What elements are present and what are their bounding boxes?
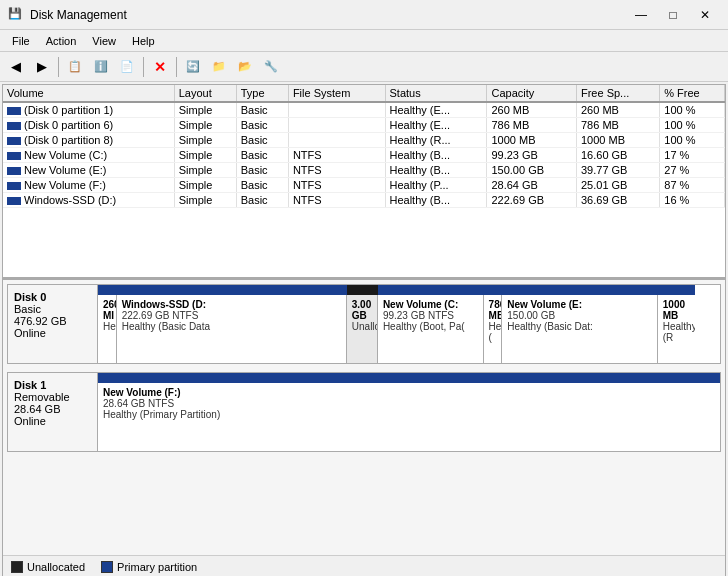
legend-unallocated: Unallocated bbox=[11, 561, 85, 573]
cell-capacity: 150.00 GB bbox=[487, 163, 577, 178]
volume-table: Volume Layout Type File System Status Ca… bbox=[3, 85, 725, 208]
toolbar-doc[interactable]: 📄 bbox=[115, 55, 139, 79]
cell-fs bbox=[288, 102, 385, 118]
toolbar-open1[interactable]: 📁 bbox=[207, 55, 231, 79]
cell-status: Healthy (R... bbox=[385, 133, 487, 148]
partition-cell: 1000 MB Healthy (R bbox=[658, 295, 695, 363]
legend: Unallocated Primary partition bbox=[3, 555, 725, 576]
legend-primary: Primary partition bbox=[101, 561, 197, 573]
table-row: (Disk 0 partition 1) Simple Basic Health… bbox=[3, 102, 725, 118]
app-icon: 💾 bbox=[8, 7, 24, 23]
cell-capacity: 786 MB bbox=[487, 118, 577, 133]
toolbar-sep-2 bbox=[143, 57, 144, 77]
disk0-label: Disk 0 Basic 476.92 GB Online bbox=[8, 285, 98, 363]
cell-type: Basic bbox=[236, 193, 288, 208]
menu-action[interactable]: Action bbox=[38, 33, 85, 49]
cell-pct: 100 % bbox=[660, 133, 725, 148]
partition-status: Health: bbox=[103, 321, 111, 332]
cell-fs: NTFS bbox=[288, 193, 385, 208]
table-row: (Disk 0 partition 8) Simple Basic Health… bbox=[3, 133, 725, 148]
col-freespace: Free Sp... bbox=[576, 85, 659, 102]
toolbar-open2[interactable]: 📂 bbox=[233, 55, 257, 79]
toolbar-forward[interactable]: ▶ bbox=[30, 55, 54, 79]
cell-volume: New Volume (C:) bbox=[3, 148, 174, 163]
cell-free: 16.60 GB bbox=[576, 148, 659, 163]
cell-pct: 17 % bbox=[660, 148, 725, 163]
disk0-name: Disk 0 bbox=[14, 291, 91, 303]
col-pctfree: % Free bbox=[660, 85, 725, 102]
partition-size: 99.23 GB NTFS bbox=[383, 310, 478, 321]
toolbar-refresh[interactable]: 🔄 bbox=[181, 55, 205, 79]
cell-fs bbox=[288, 118, 385, 133]
cell-capacity: 260 MB bbox=[487, 102, 577, 118]
partition-name: 3.00 GB bbox=[352, 299, 372, 321]
toolbar-back[interactable]: ◀ bbox=[4, 55, 28, 79]
partition-cell: New Volume (E: 150.00 GB Healthy (Basic … bbox=[502, 295, 658, 363]
partition-name: New Volume (F:) bbox=[103, 387, 715, 398]
cell-free: 36.69 GB bbox=[576, 193, 659, 208]
cell-fs: NTFS bbox=[288, 163, 385, 178]
cell-pct: 16 % bbox=[660, 193, 725, 208]
cell-layout: Simple bbox=[174, 133, 236, 148]
menu-bar: File Action View Help bbox=[0, 30, 728, 52]
table-row: Windows-SSD (D:) Simple Basic NTFS Healt… bbox=[3, 193, 725, 208]
menu-file[interactable]: File bbox=[4, 33, 38, 49]
disk-bar-segment bbox=[117, 285, 347, 295]
disk-bar-segment bbox=[658, 285, 695, 295]
table-row: (Disk 0 partition 6) Simple Basic Health… bbox=[3, 118, 725, 133]
partition-name: 260 MI bbox=[103, 299, 111, 321]
disk1-name: Disk 1 bbox=[14, 379, 91, 391]
toolbar-settings[interactable]: 🔧 bbox=[259, 55, 283, 79]
cell-type: Basic bbox=[236, 163, 288, 178]
disk-bar-segment bbox=[98, 373, 720, 383]
minimize-button[interactable]: — bbox=[626, 5, 656, 25]
main-content: Volume Layout Type File System Status Ca… bbox=[2, 84, 726, 576]
col-type: Type bbox=[236, 85, 288, 102]
cell-capacity: 99.23 GB bbox=[487, 148, 577, 163]
toolbar-info[interactable]: ℹ️ bbox=[89, 55, 113, 79]
disk-bar-segment bbox=[347, 285, 378, 295]
cell-fs: NTFS bbox=[288, 178, 385, 193]
cell-status: Healthy (B... bbox=[385, 148, 487, 163]
table-header-row: Volume Layout Type File System Status Ca… bbox=[3, 85, 725, 102]
disk1-status: Online bbox=[14, 415, 91, 427]
menu-help[interactable]: Help bbox=[124, 33, 163, 49]
window-title: Disk Management bbox=[30, 8, 127, 22]
cell-layout: Simple bbox=[174, 193, 236, 208]
col-status: Status bbox=[385, 85, 487, 102]
toolbar: ◀ ▶ 📋 ℹ️ 📄 ✕ 🔄 📁 📂 🔧 bbox=[0, 52, 728, 82]
volume-table-area: Volume Layout Type File System Status Ca… bbox=[3, 85, 725, 280]
cell-volume: New Volume (E:) bbox=[3, 163, 174, 178]
partition-cell: Windows-SSD (D: 222.69 GB NTFS Healthy (… bbox=[117, 295, 347, 363]
cell-type: Basic bbox=[236, 178, 288, 193]
partition-cell: 3.00 GB Unallocatec bbox=[347, 295, 378, 363]
partition-name: 786 MB bbox=[489, 299, 497, 321]
cell-type: Basic bbox=[236, 148, 288, 163]
partition-size: 222.69 GB NTFS bbox=[122, 310, 341, 321]
col-filesystem: File System bbox=[288, 85, 385, 102]
partition-name: New Volume (E: bbox=[507, 299, 652, 310]
legend-unallocated-icon bbox=[11, 561, 23, 573]
cell-layout: Simple bbox=[174, 148, 236, 163]
partition-name: New Volume (C: bbox=[383, 299, 478, 310]
cell-pct: 27 % bbox=[660, 163, 725, 178]
cell-fs: NTFS bbox=[288, 148, 385, 163]
table-row: New Volume (C:) Simple Basic NTFS Health… bbox=[3, 148, 725, 163]
disk-bar-segment bbox=[98, 285, 117, 295]
cell-capacity: 1000 MB bbox=[487, 133, 577, 148]
cell-layout: Simple bbox=[174, 163, 236, 178]
cell-status: Healthy (B... bbox=[385, 193, 487, 208]
maximize-button[interactable]: □ bbox=[658, 5, 688, 25]
legend-primary-icon bbox=[101, 561, 113, 573]
partition-cell: New Volume (F:) 28.64 GB NTFS Healthy (P… bbox=[98, 383, 720, 451]
toolbar-properties[interactable]: 📋 bbox=[63, 55, 87, 79]
cell-status: Healthy (E... bbox=[385, 118, 487, 133]
toolbar-stop[interactable]: ✕ bbox=[148, 55, 172, 79]
cell-free: 260 MB bbox=[576, 102, 659, 118]
partition-name: Windows-SSD (D: bbox=[122, 299, 341, 310]
close-button[interactable]: ✕ bbox=[690, 5, 720, 25]
partition-status: Healthy (Primary Partition) bbox=[103, 409, 715, 420]
menu-view[interactable]: View bbox=[84, 33, 124, 49]
disk1-size: 28.64 GB bbox=[14, 403, 91, 415]
disk-bar-segment bbox=[484, 285, 503, 295]
